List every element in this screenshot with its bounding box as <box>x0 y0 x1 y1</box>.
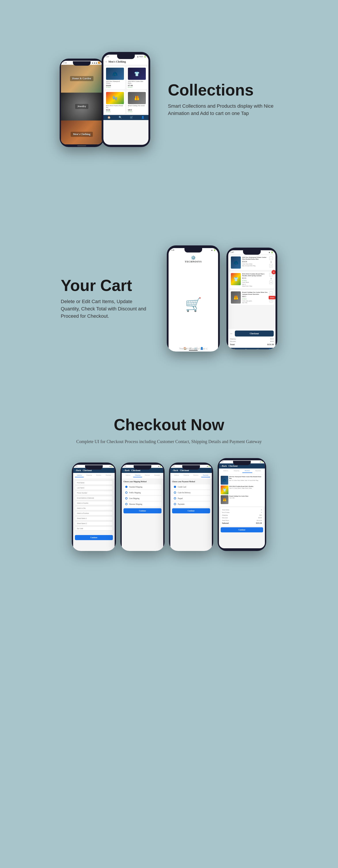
app-logo-area: ⚙️ TECHNOSYS <box>169 252 218 264</box>
shipping-option-1[interactable]: FedEx Shipping <box>124 490 162 495</box>
step-shipping-2[interactable]: Shipping <box>133 474 142 477</box>
radio-lion <box>125 497 128 499</box>
delete-item-1[interactable]: ✕ <box>271 270 275 274</box>
step-shipping-4[interactable]: Shipping <box>232 470 241 473</box>
review-prod-img-2: 🦺 <box>221 495 229 504</box>
cart-item-0[interactable]: 🧥 2019 New Waterproof Winter Jacket Men … <box>230 255 274 270</box>
field-phone[interactable] <box>75 491 113 495</box>
nav-home-icon[interactable]: 🏠 <box>107 116 111 119</box>
field-street1[interactable] <box>75 516 113 521</box>
shipping-option-3[interactable]: Humstar Shipping <box>124 502 162 506</box>
step-preview-1[interactable]: Preview <box>94 474 103 477</box>
step-preview-3[interactable]: Preview <box>192 474 200 477</box>
cart-item-2[interactable]: 🦺 Brand Clothing Vest Jacket Mens New Au… <box>230 290 274 305</box>
step-payment-3[interactable]: Payment <box>201 474 210 477</box>
cart-nav-cart[interactable]: 🛒 <box>256 349 259 349</box>
address-time: 1:47 <box>75 465 77 467</box>
cart-back-icon[interactable]: ← <box>230 332 233 335</box>
address-continue-btn[interactable]: Continue <box>75 535 113 540</box>
shipping-back[interactable]: ‹ Back <box>124 469 130 472</box>
cart-nav-user[interactable]: 👤 <box>268 349 271 349</box>
shipping-steps: Address Shipping Preview Payment <box>122 473 163 479</box>
field-firstname[interactable] <box>75 480 113 485</box>
field-city[interactable] <box>75 506 113 510</box>
shipping-label: Shipping: <box>230 338 236 340</box>
shipping-continue-btn[interactable]: Continue <box>124 508 162 514</box>
review-summary: Total Items: 3 No.of Units: 3 Shipping: … <box>221 507 263 526</box>
qty-plus-0[interactable]: + <box>269 264 273 268</box>
review-prod-detail-1: Size: S | Color: Black | Ships From: Chi… <box>229 487 253 489</box>
product-card-2[interactable]: 🧤 BOLUBAO Fashion Brand Mi... $13.8 In S… <box>105 91 125 114</box>
category-mens[interactable]: Men's Clothing <box>61 121 102 144</box>
step-payment-2[interactable]: Payment <box>153 474 162 477</box>
cart-items-phone: 1:47 ▲ 🔋 🧥 2019 New Waterproof Winter Ja… <box>227 248 277 349</box>
step-shipping-3[interactable]: Shipping <box>182 474 191 477</box>
checkout-button[interactable]: Checkout <box>235 331 274 337</box>
qty-plus-2[interactable]: + <box>269 299 273 303</box>
review-prod-detail-2: Size: 4XL <box>229 497 248 499</box>
nav-home-empty[interactable]: 🏠 <box>183 347 187 350</box>
address-back[interactable]: ‹ Back <box>75 469 81 472</box>
nav-cart-empty[interactable]: 🛒 <box>194 347 198 350</box>
field-province[interactable] <box>75 511 113 515</box>
app-logo-text: TECHNOSYS <box>171 260 216 263</box>
payment-option-2[interactable]: Paypal <box>172 496 210 501</box>
field-lastname[interactable] <box>75 486 113 490</box>
back-arrow-icon[interactable]: ‹ <box>106 60 107 63</box>
qty-plus-1[interactable]: + <box>269 281 273 284</box>
payment-paypal-label: Paypal <box>178 497 183 499</box>
step-address[interactable]: Address <box>75 474 84 477</box>
shipping-option-0[interactable]: Standard Shipping <box>124 485 162 489</box>
payment-continue-btn[interactable]: Continue <box>172 508 210 514</box>
payment-steps: Address Shipping Preview Payment <box>170 473 212 479</box>
payment-option-1[interactable]: Cash On Delivery <box>172 490 210 495</box>
payment-option-3[interactable]: Paytinder <box>172 502 210 506</box>
product-card-3[interactable]: 🦺 Brand Clothing Vest Jacket ^ $49.0 In … <box>127 91 147 114</box>
nav-grid-empty[interactable]: ⊞ <box>189 347 192 350</box>
categories-phone: 1:12 ▲▲▲ 📶 Home & Garden Jewelry Men's C… <box>60 59 104 147</box>
qty-minus-2[interactable]: − <box>269 291 273 295</box>
field-street2[interactable] <box>75 521 113 526</box>
address-header: ‹ Back Checkout <box>73 468 115 473</box>
bottom-nav-empty: 🏠 ⊞ 🛒 👤 <box>183 347 203 350</box>
product-card-1[interactable]: 👕 2020 NEW Clothes Men Knitt... $77.06 I… <box>127 66 147 89</box>
shipping-value: $0.00 <box>270 338 274 340</box>
review-continue-btn[interactable]: Continue <box>221 527 263 532</box>
review-back[interactable]: ‹ Back <box>221 465 227 467</box>
qty-minus-0[interactable]: − <box>269 256 273 260</box>
nav-search-icon[interactable]: 🔍 <box>119 116 122 119</box>
step-address-2[interactable]: Address <box>124 474 132 477</box>
category-jewelry[interactable]: Jewelry <box>61 93 102 121</box>
product-card-0[interactable]: 🧥 2019 New Waterproof Winter... $34.04 I… <box>105 66 125 89</box>
delete-item-2[interactable]: Delete <box>269 296 275 299</box>
shipping-option-2[interactable]: Lion Shipping <box>124 496 162 501</box>
step-preview-2[interactable]: Preview <box>143 474 152 477</box>
radio-humstar <box>125 503 128 505</box>
category-home[interactable]: Home & Garden <box>61 65 102 93</box>
step-shipping-1[interactable]: Shipping <box>84 474 94 477</box>
field-email[interactable] <box>75 496 113 500</box>
cart-items-time: 1:47 <box>230 251 234 253</box>
step-payment-1[interactable]: Payment <box>104 474 113 477</box>
step-preview-4[interactable]: Preview <box>242 470 252 473</box>
nav-cart-icon[interactable]: 🛒 <box>130 116 133 119</box>
payment-paytinder-label: Paytinder <box>178 503 185 505</box>
review-prod-name-0: 2019 New Waterproof Winter Jacket Men Ho… <box>229 476 263 479</box>
cart-phones-group: 1:48 ▲ 🔋 ⚙️ TECHNOSYS 🛒 Your Cart is Cur… <box>167 245 277 351</box>
field-zip[interactable] <box>75 526 113 531</box>
payment-cod-label: Cash On Delivery <box>178 492 191 494</box>
home-indicator-left <box>77 146 86 146</box>
payment-back[interactable]: ‹ Back <box>172 469 178 472</box>
cart-nav-home[interactable]: 🏠 <box>233 349 236 349</box>
field-country[interactable] <box>75 501 113 505</box>
home-indicator-empty <box>189 350 198 351</box>
payment-option-0[interactable]: Credit Card <box>172 485 210 489</box>
cart-item-img-1: 👕 <box>231 273 241 285</box>
step-payment-4[interactable]: Payment <box>253 470 263 473</box>
step-address-4[interactable]: Address <box>221 470 231 473</box>
nav-user-empty[interactable]: 👤 <box>200 347 203 350</box>
cart-item-1[interactable]: 👕 BOLUBAO Fashion Brand Men's Hoodies 20… <box>230 272 274 288</box>
cart-nav-grid[interactable]: ⊞ <box>245 349 247 349</box>
nav-person-icon[interactable]: 👤 <box>141 116 144 119</box>
step-address-3[interactable]: Address <box>172 474 181 477</box>
